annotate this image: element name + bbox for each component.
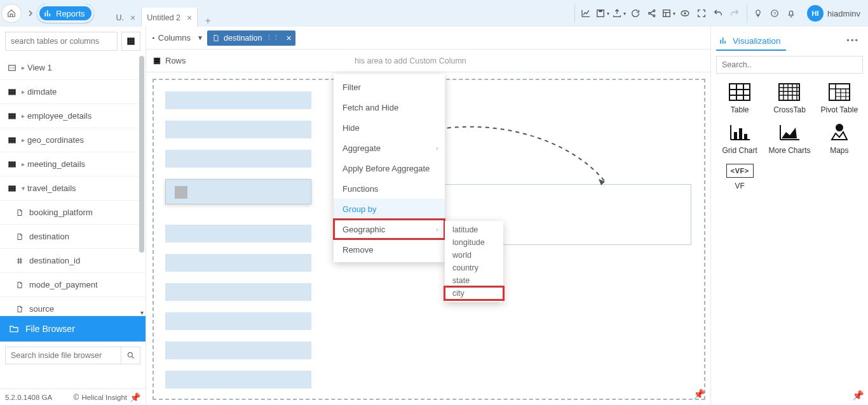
submenu-item-longitude[interactable]: longitude [445,236,503,249]
submenu-item-country[interactable]: country [445,262,503,274]
reports-tab[interactable]: Reports [37,4,94,23]
close-icon[interactable]: × [187,13,192,22]
grid-toggle-button[interactable] [121,32,140,51]
lightbulb-icon [754,9,763,18]
layout-icon [661,8,672,18]
submenu-item-world[interactable]: world [445,249,503,262]
layout-button[interactable]: ▾ [660,5,677,22]
save-button[interactable]: ▾ [594,5,611,22]
chevron-down-icon[interactable]: ▼ [197,34,203,41]
redo-icon [729,8,740,18]
pin-icon[interactable]: 📌 [693,388,705,400]
export-button[interactable]: ▾ [611,5,627,22]
avatar: HI [807,5,824,22]
submenu-item-city[interactable]: city [445,287,503,300]
text-column-icon [14,305,25,314]
menu-item-functions[interactable]: Functions [334,178,445,199]
column-chip-destination[interactable]: destination ⋮⋮ × [207,30,295,46]
scrollbar-thumb[interactable] [139,56,144,253]
table-icon [6,88,18,96]
notifications-button[interactable] [783,5,799,22]
svg-rect-14 [779,84,799,100]
rows-shelf[interactable]: Rows his area to add Custom Column [146,50,710,72]
placeholder-bar [165,91,311,109]
sidebar-item-payment[interactable]: mode_of_payment [0,273,146,297]
sidebar-item-view1[interactable]: ▸ View 1 [0,56,146,80]
viz-option-gridchart[interactable]: Grid Chart [716,121,763,157]
viz-option-maps[interactable]: Maps [816,121,863,157]
more-options-button[interactable]: ••• [846,36,859,45]
menu-item-groupby[interactable]: Group by [334,199,445,219]
crosstab-icon [778,83,801,102]
pin-icon[interactable]: 📌 [130,392,140,402]
user-menu[interactable]: HI hiadminv [803,5,864,22]
file-browser-header[interactable]: File Browser [0,316,146,342]
placeholder-bar [165,121,311,138]
file-search-input[interactable] [5,347,121,364]
menu-item-filter[interactable]: Filter [334,77,445,97]
fullscreen-button[interactable] [693,5,710,22]
tab-2[interactable]: Untitled 2 × [141,8,198,27]
help-button[interactable]: ? [766,5,783,22]
close-icon[interactable]: × [286,33,291,43]
drag-handle-icon[interactable]: ⋮⋮ [266,34,280,42]
viz-option-table[interactable]: Table [716,80,763,117]
chevron-right-icon: ▸ [22,161,25,168]
tab-1[interactable]: U. × [111,8,142,27]
file-search-button[interactable] [121,347,140,364]
main-area: ▸ View 1 ▸ dimdate ▸ employee_details ▸ … [0,27,868,405]
menu-item-geographic[interactable]: Geographic› [334,219,445,239]
line-chart-icon [581,8,591,18]
redo-button[interactable] [726,5,743,22]
share-button[interactable] [644,5,660,22]
svg-point-19 [836,124,843,131]
sidebar-item-dimdate[interactable]: ▸ dimdate [0,80,146,104]
sidebar-item-booking[interactable]: booking_platform [0,201,146,225]
home-button[interactable] [1,4,22,23]
drag-handle-icon [175,186,187,199]
menu-item-hide[interactable]: Hide [334,117,445,138]
visualization-tab[interactable]: Visualization [716,32,786,51]
refresh-button[interactable] [627,5,644,22]
columns-shelf[interactable]: Columns ▼ destination ⋮⋮ × [146,27,710,50]
visualization-search-input[interactable] [716,56,863,74]
chevron-down-icon[interactable]: ▾ [139,309,145,315]
text-column-icon [212,34,220,42]
menu-item-aggregate[interactable]: Aggregate› [334,138,445,158]
preview-button[interactable] [677,5,693,22]
sidebar-item-destination[interactable]: destination [0,225,146,249]
chevron-down-icon: ▾ [22,185,25,192]
menu-item-remove[interactable]: Remove [334,239,445,260]
sidebar-item-source[interactable]: source [0,297,146,316]
menu-item-fetchhide[interactable]: Fetch and Hide [334,97,445,117]
hint-button[interactable] [750,5,766,22]
sidebar-footer: 5.2.0.1408 GA © Helical Insight 📌 [0,388,146,405]
sidebar-item-travel[interactable]: ▾ travel_details [0,176,146,201]
placeholder-bar [165,254,311,272]
viz-option-morecharts[interactable]: More Charts [766,121,813,157]
dragging-chip[interactable] [165,179,311,204]
table-search-input[interactable] [5,32,118,51]
viz-option-vf[interactable]: <VF> VF [716,161,763,193]
add-tab-button[interactable]: + [200,15,215,27]
undo-button[interactable] [710,5,726,22]
bar-chart-icon [719,36,728,45]
submenu-item-latitude[interactable]: latitude [445,223,503,236]
chart-tool-button[interactable] [578,5,594,22]
nav-left: Reports [0,0,94,27]
pin-icon[interactable]: 📌 [852,390,864,401]
sidebar-item-geo[interactable]: ▸ geo_cordinates [0,128,146,152]
menu-item-applybefore[interactable]: Apply Before Aggregate [334,158,445,178]
sidebar-item-destinationid[interactable]: destination_id [0,249,146,273]
bar-chart-icon [728,123,751,142]
document-tabs: U. × Untitled 2 × + [111,0,216,27]
svg-point-12 [128,352,132,357]
tree-scrollbar[interactable]: ▾ [138,56,146,315]
sidebar-item-employee[interactable]: ▸ employee_details [0,104,146,128]
sidebar-item-meeting[interactable]: ▸ meeting_details [0,152,146,176]
viz-option-crosstab[interactable]: CrossTab [766,80,813,117]
submenu-item-state[interactable]: state [445,274,503,287]
viz-option-pivot[interactable]: Pivot Table [816,80,863,117]
close-icon[interactable]: × [130,13,135,22]
geographic-submenu: latitude longitude world country state c… [445,221,503,302]
